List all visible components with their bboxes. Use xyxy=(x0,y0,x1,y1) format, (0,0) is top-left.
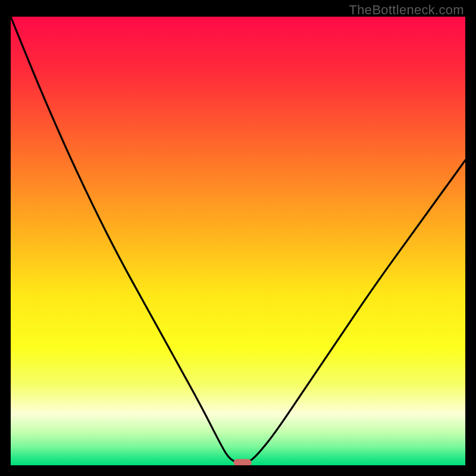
plot-area xyxy=(11,17,465,465)
gradient-background xyxy=(11,17,465,465)
bottleneck-chart-svg xyxy=(11,17,465,465)
watermark-label: TheBottleneck.com xyxy=(349,2,464,18)
chart-container: TheBottleneck.com xyxy=(0,0,476,476)
min-marker xyxy=(234,459,252,465)
